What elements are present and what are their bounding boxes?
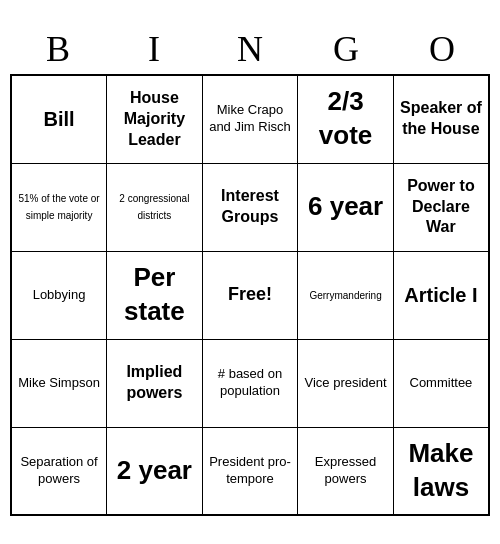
cell-r1-c2[interactable]: Interest Groups [202, 163, 298, 251]
cell-r2-c4[interactable]: Article I [393, 251, 489, 339]
cell-r2-c2[interactable]: Free! [202, 251, 298, 339]
cell-r4-c2[interactable]: President pro-tempore [202, 427, 298, 515]
cell-r1-c4[interactable]: Power to Declare War [393, 163, 489, 251]
cell-r0-c2[interactable]: Mike Crapo and Jim Risch [202, 75, 298, 163]
cell-r3-c2[interactable]: # based on population [202, 339, 298, 427]
bingo-card: B I N G O BillHouse Majority LeaderMike … [10, 28, 490, 516]
header-o: O [394, 28, 490, 70]
cell-r2-c3[interactable]: Gerrymandering [298, 251, 394, 339]
header-i: I [106, 28, 202, 70]
cell-r4-c3[interactable]: Expressed powers [298, 427, 394, 515]
header-g: G [298, 28, 394, 70]
cell-r1-c1[interactable]: 2 congressional districts [107, 163, 203, 251]
bingo-header: B I N G O [10, 28, 490, 70]
header-n: N [202, 28, 298, 70]
cell-r2-c0[interactable]: Lobbying [11, 251, 107, 339]
cell-r4-c0[interactable]: Separation of powers [11, 427, 107, 515]
cell-r3-c4[interactable]: Committee [393, 339, 489, 427]
cell-r2-c1[interactable]: Per state [107, 251, 203, 339]
header-b: B [10, 28, 106, 70]
cell-r0-c0[interactable]: Bill [11, 75, 107, 163]
bingo-grid: BillHouse Majority LeaderMike Crapo and … [10, 74, 490, 516]
cell-r3-c3[interactable]: Vice president [298, 339, 394, 427]
cell-r4-c1[interactable]: 2 year [107, 427, 203, 515]
cell-r4-c4[interactable]: Make laws [393, 427, 489, 515]
cell-r0-c4[interactable]: Speaker of the House [393, 75, 489, 163]
cell-r3-c0[interactable]: Mike Simpson [11, 339, 107, 427]
cell-r1-c0[interactable]: 51% of the vote or simple majority [11, 163, 107, 251]
cell-r3-c1[interactable]: Implied powers [107, 339, 203, 427]
cell-r1-c3[interactable]: 6 year [298, 163, 394, 251]
cell-r0-c3[interactable]: 2/3 vote [298, 75, 394, 163]
cell-r0-c1[interactable]: House Majority Leader [107, 75, 203, 163]
